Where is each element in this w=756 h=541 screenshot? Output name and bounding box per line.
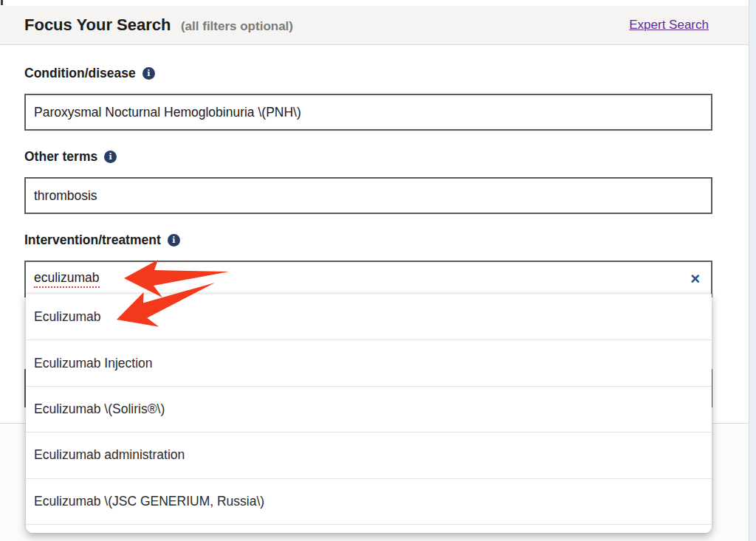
focus-your-search-page: { "header": { "title": "Focus Your Searc… — [0, 0, 756, 541]
autocomplete-option[interactable]: Eculizumab administration — [26, 433, 712, 478]
intervention-input-value: eculizumab — [34, 270, 100, 288]
info-icon[interactable]: i — [168, 234, 180, 247]
clear-input-icon[interactable]: × — [690, 271, 700, 287]
header-title-group: Focus Your Search (all filters optional) — [24, 15, 293, 35]
expert-search-link[interactable]: Expert Search — [629, 18, 709, 32]
autocomplete-option[interactable]: Eculizumab Injection — [26, 340, 712, 386]
autocomplete-option[interactable]: Eculizumab \(Soliris®\) — [26, 387, 712, 433]
crop-artifact — [1, 0, 3, 5]
other-terms-input-value: thrombosis — [34, 188, 97, 204]
condition-label-text: Condition/disease — [24, 66, 136, 81]
info-icon[interactable]: i — [104, 151, 117, 163]
other-terms-label-text: Other terms — [24, 149, 97, 165]
focus-search-header: Focus Your Search (all filters optional)… — [0, 6, 749, 45]
condition-input[interactable]: Paroxysmal Nocturnal Hemoglobinuria \(PN… — [24, 94, 712, 131]
intervention-input[interactable]: eculizumab × — [24, 261, 712, 297]
intervention-label: Intervention/treatment i — [24, 232, 180, 248]
condition-label: Condition/disease i — [24, 65, 155, 81]
other-terms-input[interactable]: thrombosis — [24, 177, 712, 214]
intervention-label-text: Intervention/treatment — [24, 232, 161, 248]
other-terms-label: Other terms i — [24, 148, 117, 165]
autocomplete-option[interactable]: Eculizumab \(JSC GENERIUM, Russia\) — [26, 479, 712, 525]
condition-input-value: Paroxysmal Nocturnal Hemoglobinuria \(PN… — [34, 105, 301, 120]
page-title: Focus Your Search — [24, 15, 171, 34]
page-subtitle: (all filters optional) — [181, 19, 293, 33]
autocomplete-dropdown: Eculizumab Eculizumab Injection Eculizum… — [26, 294, 712, 533]
autocomplete-option-partial[interactable] — [26, 525, 712, 533]
info-icon[interactable]: i — [142, 67, 155, 80]
autocomplete-option[interactable]: Eculizumab — [26, 294, 712, 340]
window-edge-strip — [749, 0, 756, 541]
